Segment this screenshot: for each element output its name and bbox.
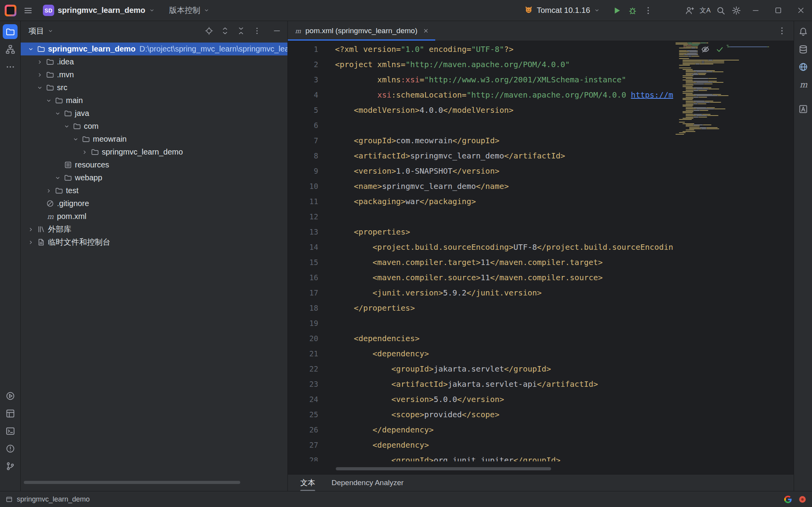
editor-tab-pom[interactable]: m pom.xml (springmvc_learn_demo) bbox=[288, 21, 435, 41]
line-number: 20 bbox=[288, 331, 318, 346]
minimap[interactable] bbox=[675, 42, 791, 135]
project-widget[interactable]: SD springmvc_learn_demo bbox=[40, 3, 158, 18]
error-notification-icon[interactable] bbox=[798, 495, 807, 503]
editor[interactable]: 1<?xml version="1.0" encoding="UTF-8"?>2… bbox=[288, 41, 794, 474]
chevron-right-icon[interactable] bbox=[80, 148, 89, 157]
tree-item-java-folder[interactable]: java bbox=[21, 107, 287, 120]
line-number: 21 bbox=[288, 346, 318, 361]
more-tools-icon[interactable] bbox=[3, 59, 18, 74]
debug-button[interactable] bbox=[625, 3, 640, 18]
editor-scrollbar[interactable] bbox=[336, 467, 551, 470]
terminal-icon[interactable] bbox=[3, 423, 18, 438]
tree-item-com-package[interactable]: com bbox=[21, 120, 287, 133]
web-icon[interactable] bbox=[796, 59, 810, 74]
maven-tool-icon[interactable]: m bbox=[796, 77, 810, 92]
tree-item-label: pom.xml bbox=[57, 212, 87, 221]
code-with-me-icon[interactable] bbox=[682, 3, 697, 18]
chevron-down-icon[interactable] bbox=[44, 96, 53, 105]
more-actions-icon[interactable] bbox=[640, 3, 656, 18]
line-number: 2 bbox=[288, 57, 318, 72]
main-menu-icon[interactable] bbox=[20, 3, 36, 18]
tree-item-external-libraries[interactable]: 外部库 bbox=[21, 223, 287, 236]
minimize-button[interactable] bbox=[744, 0, 767, 21]
line-number: 13 bbox=[288, 224, 318, 240]
project-tree: springmvc_learn_demoD:\project\spring_mv… bbox=[21, 41, 287, 491]
code-line-23: 23 <artifactId>jakarta.servlet-api</arti… bbox=[288, 377, 673, 392]
code-line-24: 24 <version>5.0.0</version> bbox=[288, 392, 673, 407]
folder-icon bbox=[72, 122, 82, 131]
code-line-18: 18 </properties> bbox=[288, 301, 673, 316]
structure-icon[interactable] bbox=[3, 42, 18, 57]
line-number: 28 bbox=[288, 453, 318, 461]
code-line-16: 16 <maven.compiler.source>11</maven.comp… bbox=[288, 270, 673, 285]
tree-item-demo-package[interactable]: springmvc_learn_demo bbox=[21, 146, 287, 158]
run-button[interactable] bbox=[609, 3, 625, 18]
twisty-spacer bbox=[53, 160, 62, 170]
project-icon[interactable] bbox=[3, 24, 18, 39]
chevron-right-icon[interactable] bbox=[35, 57, 44, 67]
chevron-down-icon[interactable] bbox=[62, 122, 71, 131]
tree-item-label: 临时文件和控制台 bbox=[48, 237, 110, 247]
code-line-2: 2<project xmlns="http://maven.apache.org… bbox=[288, 57, 673, 72]
chevron-down-icon[interactable] bbox=[53, 173, 62, 183]
close-button[interactable] bbox=[789, 0, 812, 21]
folder-icon bbox=[90, 148, 99, 157]
folder-icon bbox=[36, 44, 46, 54]
tab-text[interactable]: 文本 bbox=[300, 475, 315, 491]
chevron-down-icon[interactable] bbox=[35, 83, 44, 93]
chevron-down-icon bbox=[204, 7, 210, 14]
tree-item-pom-file[interactable]: mpom.xml bbox=[21, 210, 287, 223]
tree-item-main-folder[interactable]: main bbox=[21, 94, 287, 107]
translation-icon[interactable] bbox=[796, 101, 810, 116]
line-number: 14 bbox=[288, 240, 318, 255]
translate-icon[interactable]: 文A bbox=[697, 3, 713, 18]
tree-item-meowrain-package[interactable]: meowrain bbox=[21, 133, 287, 146]
tree-item-resources-folder[interactable]: resources bbox=[21, 158, 287, 171]
tree-item-label: meowrain bbox=[93, 135, 127, 144]
highlighting-level-icon[interactable] bbox=[701, 45, 710, 56]
chevron-right-icon[interactable] bbox=[26, 225, 35, 234]
search-icon[interactable] bbox=[713, 3, 729, 18]
maximize-button[interactable] bbox=[767, 0, 789, 21]
chevron-down-icon[interactable] bbox=[26, 44, 35, 54]
chevron-right-icon[interactable] bbox=[35, 70, 44, 80]
run-tool-icon[interactable] bbox=[3, 388, 18, 403]
chevron-down-icon[interactable] bbox=[71, 135, 80, 144]
tree-item-project-root[interactable]: springmvc_learn_demoD:\project\spring_mv… bbox=[21, 43, 287, 55]
inspection-widget[interactable] bbox=[698, 44, 727, 57]
chevron-right-icon[interactable] bbox=[44, 186, 53, 196]
problems-icon[interactable] bbox=[3, 441, 18, 456]
expand-all-icon[interactable] bbox=[218, 24, 232, 37]
services-icon[interactable] bbox=[3, 406, 18, 421]
chevron-right-icon[interactable] bbox=[26, 238, 35, 247]
left-toolbar bbox=[0, 21, 21, 491]
tree-item-scratches-and-consoles[interactable]: 临时文件和控制台 bbox=[21, 236, 287, 249]
more-icon[interactable] bbox=[250, 24, 264, 37]
run-config-widget[interactable]: Tomcat 10.1.16 bbox=[521, 4, 603, 18]
database-icon[interactable] bbox=[796, 42, 810, 57]
google-icon[interactable] bbox=[784, 495, 792, 503]
code-line-4: 4 xsi:schemaLocation="http://maven.apach… bbox=[288, 87, 673, 103]
chevron-down-icon[interactable] bbox=[53, 109, 62, 118]
vcs-widget[interactable]: 版本控制 bbox=[169, 5, 210, 16]
tree-item-src-folder[interactable]: src bbox=[21, 81, 287, 94]
git-icon[interactable] bbox=[3, 459, 18, 473]
project-panel-title[interactable]: 项目 bbox=[28, 26, 44, 36]
tree-item-test-folder[interactable]: test bbox=[21, 184, 287, 197]
tab-options-icon[interactable] bbox=[774, 23, 790, 39]
hide-icon[interactable] bbox=[270, 24, 284, 37]
collapse-all-icon[interactable] bbox=[234, 24, 248, 37]
tree-item-idea-folder[interactable]: .idea bbox=[21, 55, 287, 68]
notifications-icon[interactable] bbox=[796, 24, 810, 39]
settings-icon[interactable] bbox=[729, 3, 744, 18]
project-panel-scrollbar[interactable] bbox=[24, 481, 240, 484]
tree-item-mvn-folder[interactable]: .mvn bbox=[21, 68, 287, 81]
tab-dependency-analyzer[interactable]: Dependency Analyzer bbox=[332, 475, 404, 491]
code-line-28: 28 <groupId>org.junit.jupiter</groupId> bbox=[288, 453, 673, 461]
close-tab-icon[interactable] bbox=[423, 28, 429, 34]
tree-item-gitignore-file[interactable]: .gitignore bbox=[21, 197, 287, 210]
line-number: 7 bbox=[288, 133, 318, 148]
locate-icon[interactable] bbox=[202, 24, 216, 37]
line-number: 23 bbox=[288, 377, 318, 392]
tree-item-webapp-folder[interactable]: webapp bbox=[21, 171, 287, 184]
